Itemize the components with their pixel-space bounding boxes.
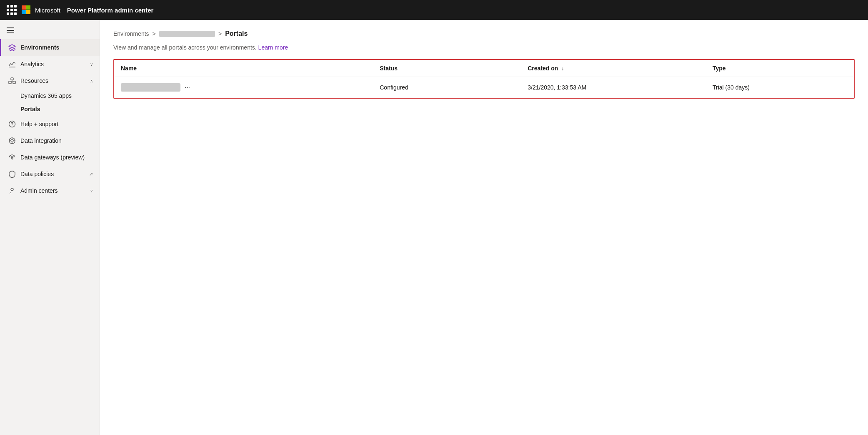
resources-icon [8,77,16,85]
sidebar-sub-item-portals[interactable]: Portals [0,102,100,116]
help-icon [8,120,16,128]
breadcrumb-current: Portals [225,30,248,37]
layers-icon [8,43,16,52]
svg-rect-2 [13,81,15,84]
sidebar-item-dataintegration-label: Data integration [20,137,93,144]
cell-created-on: 3/21/2020, 1:33:53 AM [521,77,706,98]
breadcrumb: Environments > > Portals [100,20,868,41]
sidebar-item-analytics[interactable]: Analytics ∨ [0,56,100,72]
svg-point-16 [11,188,13,191]
svg-rect-1 [9,81,11,84]
main-content: Environments > > Portals View and manage… [100,20,868,435]
sidebar-item-datagateways[interactable]: Data gateways (preview) [0,149,100,166]
sidebar-item-environments-label: Environments [20,44,93,51]
sidebar-item-resources-label: Resources [20,77,90,84]
portals-table: Name Status Created on ↓ Type [114,60,854,98]
breadcrumb-sep2: > [218,30,222,37]
datapolicies-ext-icon: ↗ [89,172,93,177]
row-options-button[interactable]: ··· [182,83,193,92]
policies-icon [8,170,16,178]
app-title: Power Platform admin center [67,7,154,14]
microsoft-logo [22,5,31,15]
resources-chevron: ∧ [90,79,93,83]
cell-name: ··· [114,77,373,98]
sidebar-item-datagateways-label: Data gateways (preview) [20,154,93,161]
svg-point-14 [11,157,13,159]
sidebar: Environments Analytics ∨ [0,20,100,435]
svg-point-7 [12,126,12,126]
cell-type: Trial (30 days) [706,77,854,98]
sidebar-item-dataintegration[interactable]: Data integration [0,132,100,149]
sidebar-item-helpsupport-label: Help + support [20,121,93,127]
col-type[interactable]: Type [706,60,854,77]
learn-more-link[interactable]: Learn more [258,44,288,51]
table-header: Name Status Created on ↓ Type [114,60,854,77]
svg-text:A: A [10,191,11,194]
dataintegration-icon [8,137,16,145]
svg-rect-3 [11,78,13,80]
sidebar-item-helpsupport[interactable]: Help + support [0,116,100,132]
table-body: ··· Configured 3/21/2020, 1:33:53 AM Tri… [114,77,854,98]
table-row: ··· Configured 3/21/2020, 1:33:53 AM Tri… [114,77,854,98]
portals-label: Portals [20,106,40,112]
content-area: View and manage all portals across your … [100,41,868,112]
sort-icon: ↓ [561,66,564,72]
svg-point-9 [11,139,13,142]
sidebar-item-admincenters-label: Admin centers [20,187,90,194]
sidebar-item-environments[interactable]: Environments [0,39,100,56]
cell-status: Configured [373,77,521,98]
brand-name: Microsoft [35,7,60,14]
sidebar-sub-item-dynamics365apps[interactable]: Dynamics 365 apps [0,89,100,102]
sidebar-item-admincenters[interactable]: A Admin centers ∨ [0,182,100,199]
gateways-icon [8,153,16,162]
dynamics365apps-label: Dynamics 365 apps [20,92,72,99]
portal-name-blurred [121,83,180,92]
sidebar-item-datapolicies-label: Data policies [20,171,89,177]
analytics-icon [8,60,16,68]
sidebar-item-datapolicies[interactable]: Data policies ↗ [0,166,100,182]
breadcrumb-environments[interactable]: Environments [113,30,149,37]
portals-table-wrapper: Name Status Created on ↓ Type [113,59,855,99]
col-name[interactable]: Name [114,60,373,77]
admin-icon: A [8,186,16,195]
topbar: Microsoft Power Platform admin center [0,0,868,20]
sidebar-item-resources[interactable]: Resources ∧ [0,72,100,89]
page-description: View and manage all portals across your … [113,44,855,51]
col-created-on[interactable]: Created on ↓ [521,60,706,77]
admincenters-chevron: ∨ [90,189,93,193]
sidebar-item-analytics-label: Analytics [20,61,90,67]
analytics-chevron: ∨ [90,62,93,67]
col-status[interactable]: Status [373,60,521,77]
breadcrumb-env-blurred [159,31,215,37]
sidebar-hamburger[interactable] [0,23,17,37]
waffle-menu[interactable] [7,5,17,15]
breadcrumb-sep1: > [153,30,156,37]
